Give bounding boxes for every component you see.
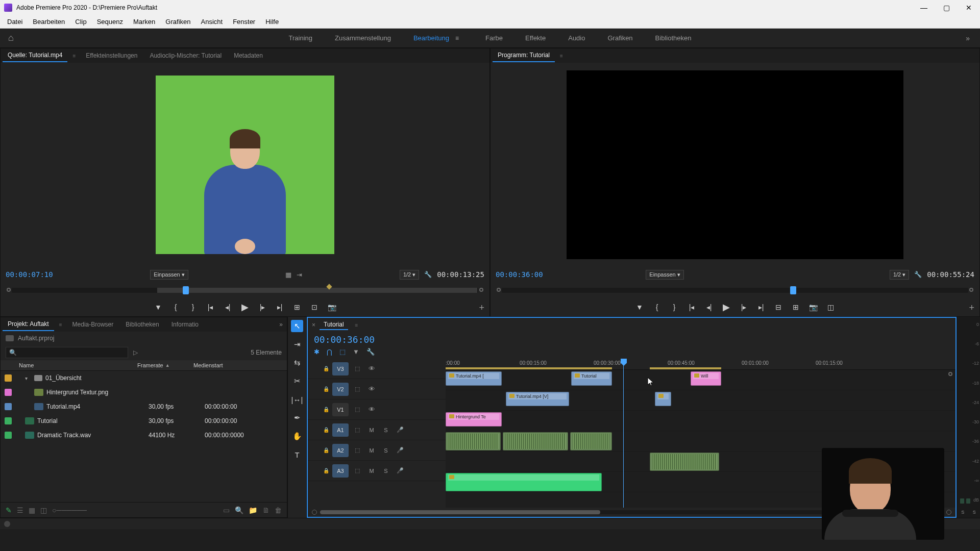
tab-menu-icon[interactable]: ≡ [557, 53, 566, 59]
workspace-grafiken[interactable]: Grafiken [606, 32, 633, 44]
sync-lock-icon[interactable]: ⬚ [352, 405, 363, 415]
lock-icon[interactable]: 🔒 [323, 447, 329, 453]
solo-button[interactable]: S [380, 466, 391, 476]
add-button-icon[interactable]: + [479, 303, 484, 313]
sync-lock-icon[interactable]: ⬚ [352, 445, 363, 456]
insert-clip-icon[interactable]: ⊞ [292, 303, 302, 311]
bracket-in-icon[interactable]: { [171, 303, 180, 311]
zoom-slider[interactable]: ○────── [52, 506, 87, 514]
program-fit-select[interactable]: Einpassen ▾ [646, 270, 683, 280]
maximize-button[interactable]: ▢ [939, 4, 953, 12]
menu-sequenz[interactable]: Sequenz [92, 16, 128, 27]
tab-media-browser[interactable]: Media-Browser [67, 318, 119, 331]
toggle-visibility-icon[interactable]: 👁 [366, 384, 377, 394]
play-icon[interactable]: ▶ [722, 302, 731, 313]
freeform-view-icon[interactable]: ◫ [40, 506, 47, 514]
razor-tool[interactable]: ✂ [291, 375, 303, 387]
close-sequence-icon[interactable]: × [312, 321, 315, 329]
workspace-overflow[interactable]: » [966, 34, 970, 42]
sync-lock-icon[interactable]: ⬚ [352, 384, 363, 394]
menu-ansicht[interactable]: Ansicht [195, 16, 228, 27]
add-button-icon[interactable]: + [969, 303, 974, 313]
track-header-a3[interactable]: 🔒A3⬚MS🎤 [308, 461, 446, 481]
label-chip[interactable] [5, 403, 12, 410]
pen-icon[interactable]: ✎ [6, 506, 12, 514]
mark-in-icon[interactable]: ▼ [635, 303, 644, 311]
export-frame-icon[interactable]: 📷 [327, 303, 336, 311]
program-zoom-select[interactable]: 1/2 ▾ [890, 270, 909, 280]
col-framerate[interactable]: Framerate ▲ [137, 362, 193, 368]
tab-effekteinstellungen[interactable]: Effekteinstellungen [81, 49, 142, 62]
track-select-tool[interactable]: ⇥ [291, 338, 303, 350]
close-button[interactable]: ✕ [962, 4, 976, 12]
workspace-bearbeitung[interactable]: Bearbeitung [412, 32, 450, 44]
track-v2[interactable]: Tutorial.mp4 [V] [446, 390, 955, 411]
track-label[interactable]: A1 [332, 423, 349, 437]
lock-icon[interactable]: 🔒 [323, 386, 329, 392]
voice-over-icon[interactable]: 🎤 [395, 425, 406, 435]
tabs-overflow-icon[interactable]: » [275, 321, 287, 328]
source-zoom-select[interactable]: 1/2 ▾ [400, 270, 419, 280]
label-chip[interactable] [5, 389, 12, 396]
source-video-frame[interactable] [156, 76, 334, 254]
sync-lock-icon[interactable]: ⬚ [352, 466, 363, 476]
toggle-visibility-icon[interactable]: 👁 [366, 405, 377, 415]
program-timecode-in[interactable]: 00:00:36:00 [496, 270, 543, 279]
music-clip[interactable] [446, 473, 602, 491]
source-fit-select[interactable]: Einpassen ▾ [150, 270, 188, 280]
play-icon[interactable]: ▶ [240, 302, 250, 313]
audio-clip[interactable] [650, 453, 719, 471]
track-label[interactable]: V2 [332, 383, 349, 396]
selection-tool[interactable]: ↖ [291, 320, 303, 332]
trash-icon[interactable]: 🗑 [275, 506, 282, 514]
workspace-farbe[interactable]: Farbe [484, 32, 504, 44]
program-scrubber[interactable] [497, 285, 973, 296]
menu-bearbeiten[interactable]: Bearbeiten [28, 16, 70, 27]
new-bin-icon[interactable]: ▷ [133, 349, 138, 356]
workspace-audio[interactable]: Audio [567, 32, 586, 44]
snap-icon[interactable]: ⋂ [327, 348, 332, 356]
audio-clip[interactable] [503, 432, 568, 450]
track-v1[interactable]: Hintergrund Te [446, 411, 955, 431]
track-header-v2[interactable]: 🔒V2⬚👁 [308, 379, 446, 399]
video-clip[interactable] [655, 392, 671, 406]
track-label[interactable]: A2 [332, 444, 349, 457]
goto-in-icon[interactable]: |◂ [687, 303, 696, 311]
new-bin-icon[interactable]: 📁 [249, 506, 257, 514]
disclosure-icon[interactable]: ▾ [25, 375, 31, 381]
project-row[interactable]: Hintergrund Textur.png [1, 385, 287, 399]
step-back-icon[interactable]: ◂| [704, 303, 714, 311]
tab-bibliotheken[interactable]: Bibliotheken [120, 318, 164, 331]
video-clip[interactable]: Will [691, 371, 721, 386]
pen-tool[interactable]: ✒ [291, 412, 303, 424]
mute-button[interactable]: M [366, 466, 377, 476]
step-forward-icon[interactable]: |▸ [739, 303, 748, 311]
extract-icon[interactable]: ⊞ [791, 303, 800, 311]
label-chip[interactable] [5, 432, 12, 439]
col-name[interactable]: Name [5, 362, 137, 368]
goto-out-icon[interactable]: ▸| [756, 303, 766, 311]
col-medienstart[interactable]: Medienstart [193, 362, 283, 368]
tab-program[interactable]: Programm: Tutorial [493, 49, 555, 62]
list-view-icon[interactable]: ☰ [17, 506, 23, 514]
home-icon[interactable]: ⌂ [8, 33, 14, 43]
project-row[interactable]: Tutorial.mp430,00 fps00:00:00:00 [1, 399, 287, 414]
label-chip[interactable] [5, 374, 12, 382]
track-v3[interactable]: Tutorial.mp4 [TutorialWill [446, 370, 955, 390]
project-row[interactable]: Tutorial30,00 fps00:00:00:00 [1, 414, 287, 428]
insert-icon[interactable]: ⇥ [297, 271, 302, 279]
source-timecode-in[interactable]: 00:00:07:10 [6, 270, 53, 279]
track-scroll-end[interactable] [948, 372, 952, 376]
lift-icon[interactable]: ⊟ [774, 303, 783, 311]
menu-marken[interactable]: Marken [128, 16, 160, 27]
tab-menu-icon[interactable]: ≡ [352, 322, 361, 328]
sequence-tab[interactable]: Tutorial [320, 320, 348, 330]
solo-button[interactable]: S [380, 425, 391, 435]
time-ruler[interactable]: :00:0000:00:15:0000:00:30:0000:00:45:000… [446, 359, 955, 370]
linked-selection-icon[interactable]: ⬚ [339, 348, 346, 356]
video-clip[interactable]: Tutorial.mp4 [V] [506, 392, 569, 406]
slip-tool[interactable]: |↔| [291, 393, 303, 406]
source-scrubber[interactable] [7, 285, 483, 296]
ripple-tool[interactable]: ⇆ [291, 357, 303, 369]
solo-button[interactable]: S [380, 445, 391, 456]
